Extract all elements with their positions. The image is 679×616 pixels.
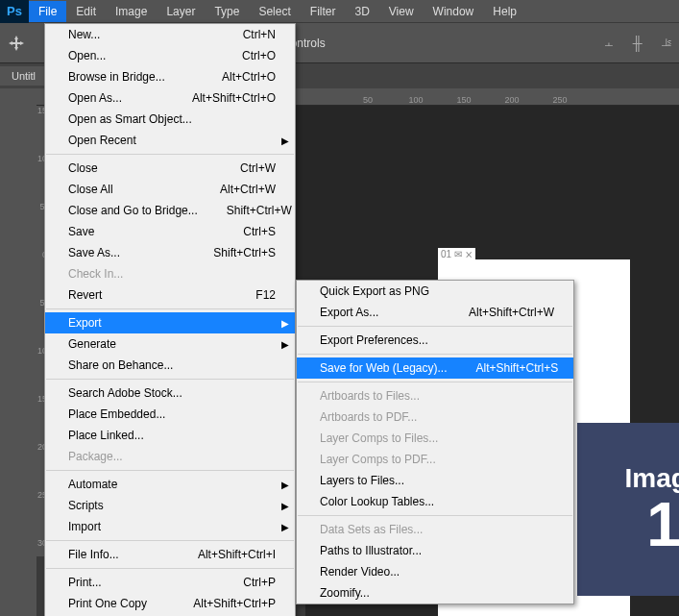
placed-image[interactable]: Image 1 <box>577 423 679 596</box>
menu-item-label: Save for Web (Legacy)... <box>320 361 448 375</box>
menu-separator <box>298 326 572 327</box>
menu-item-label: Layers to Files... <box>320 474 404 487</box>
file-menu-item-open-recent[interactable]: Open Recent▶ <box>45 130 295 151</box>
menu-separator <box>46 154 294 155</box>
menu-shortcut: Alt+Shift+Ctrl+O <box>192 91 276 105</box>
file-menu-item-file-info[interactable]: File Info...Alt+Shift+Ctrl+I <box>45 544 295 565</box>
menu-shortcut: Ctrl+O <box>242 49 276 62</box>
export-menu-item-export-as[interactable]: Export As...Alt+Shift+Ctrl+W <box>297 302 573 323</box>
menu-help[interactable]: Help <box>483 1 526 22</box>
menu-layer[interactable]: Layer <box>157 1 205 22</box>
menu-item-label: Layer Comps to PDF... <box>320 453 436 466</box>
file-menu-item-import[interactable]: Import▶ <box>45 516 295 537</box>
menu-item-label: Import <box>68 520 101 533</box>
menu-view[interactable]: View <box>379 1 424 22</box>
menu-window[interactable]: Window <box>424 1 484 22</box>
export-menu-item-zoomify[interactable]: Zoomify... <box>297 582 573 604</box>
file-menu-item-save-as[interactable]: Save As...Shift+Ctrl+S <box>45 242 295 263</box>
menu-item-label: Browse in Bridge... <box>68 70 165 84</box>
menu-image[interactable]: Image <box>106 1 157 22</box>
menu-shortcut: Alt+Shift+Ctrl+I <box>198 548 276 561</box>
submenu-arrow-icon: ▶ <box>281 522 289 532</box>
export-menu-item-layer-comps-to-files: Layer Comps to Files... <box>297 428 573 449</box>
export-menu-item-data-sets-as-files: Data Sets as Files... <box>297 519 573 540</box>
menu-shortcut: Alt+Shift+Ctrl+P <box>193 597 276 610</box>
menu-item-label: Open... <box>68 49 106 62</box>
menu-separator <box>46 379 294 380</box>
menu-shortcut: Shift+Ctrl+S <box>213 246 276 259</box>
menu-select[interactable]: Select <box>249 1 300 22</box>
file-menu-item-place-linked[interactable]: Place Linked... <box>45 425 295 446</box>
menu-3d[interactable]: 3D <box>345 1 378 22</box>
menu-item-label: Print One Copy <box>68 597 147 610</box>
align-top-icon[interactable]: ⫠ <box>598 33 619 54</box>
menu-item-label: Artboards to PDF... <box>320 410 417 424</box>
submenu-arrow-icon: ▶ <box>281 136 289 146</box>
menu-separator <box>46 470 294 471</box>
menu-shortcut: Alt+Shift+Ctrl+S <box>476 361 559 375</box>
file-menu-item-open-as[interactable]: Open As...Alt+Shift+Ctrl+O <box>45 87 295 109</box>
file-menu-item-share-on-behance[interactable]: Share on Behance... <box>45 355 295 376</box>
menu-item-label: Check In... <box>68 267 123 281</box>
align-bottom-icon[interactable]: ⫡ <box>656 33 677 54</box>
export-menu-item-layers-to-files[interactable]: Layers to Files... <box>297 470 573 491</box>
file-menu-item-close-all[interactable]: Close AllAlt+Ctrl+W <box>45 179 295 200</box>
menu-item-label: Zoomify... <box>320 586 370 600</box>
export-menu-item-paths-to-illustrator[interactable]: Paths to Illustrator... <box>297 540 573 561</box>
menu-item-label: Open As... <box>68 91 122 105</box>
ruler-tick: 150 <box>440 95 488 105</box>
align-vcenter-icon[interactable]: ╫ <box>627 33 648 54</box>
menu-shortcut: F12 <box>255 288 276 302</box>
menu-separator <box>46 540 294 541</box>
menu-item-label: Generate <box>68 337 116 351</box>
file-menu-item-revert[interactable]: RevertF12 <box>45 284 295 306</box>
menu-shortcut: Ctrl+S <box>243 225 276 238</box>
menu-file[interactable]: File <box>29 1 66 22</box>
export-menu-item-quick-export-as-png[interactable]: Quick Export as PNG <box>297 281 573 302</box>
file-menu-item-generate[interactable]: Generate▶ <box>45 333 295 355</box>
menu-item-label: Paths to Illustrator... <box>320 544 422 557</box>
menu-item-label: Automate <box>68 478 117 491</box>
ruler-tick: 50 <box>344 95 392 105</box>
file-menu-item-close-and-go-to-bridge[interactable]: Close and Go to Bridge...Shift+Ctrl+W <box>45 200 295 221</box>
menu-shortcut: Alt+Shift+Ctrl+W <box>469 306 554 319</box>
menu-item-label: Artboards to Files... <box>320 389 420 403</box>
file-menu-item-place-embedded[interactable]: Place Embedded... <box>45 404 295 425</box>
menubar: Ps FileEditImageLayerTypeSelectFilter3DV… <box>0 0 679 23</box>
file-menu-item-automate[interactable]: Automate▶ <box>45 474 295 495</box>
file-menu-item-save[interactable]: SaveCtrl+S <box>45 221 295 242</box>
menu-item-label: Share on Behance... <box>68 358 173 372</box>
export-menu-item-render-video[interactable]: Render Video... <box>297 561 573 582</box>
file-menu-item-print[interactable]: Print...Ctrl+P <box>45 572 295 593</box>
menu-item-label: Revert <box>68 288 102 302</box>
menu-item-label: Open as Smart Object... <box>68 112 192 126</box>
menu-item-label: Render Video... <box>320 565 400 579</box>
menu-type[interactable]: Type <box>205 1 249 22</box>
file-menu-item-new[interactable]: New...Ctrl+N <box>45 24 295 45</box>
document-tab[interactable]: Untitl <box>0 66 47 86</box>
menu-item-label: Search Adobe Stock... <box>68 386 182 400</box>
file-menu-item-print-one-copy[interactable]: Print One CopyAlt+Shift+Ctrl+P <box>45 593 295 614</box>
menu-shortcut: Alt+Ctrl+W <box>220 183 276 196</box>
submenu-arrow-icon: ▶ <box>281 318 289 329</box>
ruler-tick: 100 <box>392 95 440 105</box>
menu-item-label: Close and Go to Bridge... <box>68 204 198 217</box>
menu-item-label: Close All <box>68 183 113 196</box>
menu-item-label: Quick Export as PNG <box>320 284 429 298</box>
ruler-tick: 250 <box>536 95 584 105</box>
menu-filter[interactable]: Filter <box>301 1 346 22</box>
file-menu-item-scripts[interactable]: Scripts▶ <box>45 495 295 516</box>
menu-item-label: Layer Comps to Files... <box>320 431 438 445</box>
file-menu-item-browse-in-bridge[interactable]: Browse in Bridge...Alt+Ctrl+O <box>45 66 295 87</box>
export-menu-item-save-for-web-legacy[interactable]: Save for Web (Legacy)...Alt+Shift+Ctrl+S <box>297 357 573 379</box>
menu-shortcut: Alt+Ctrl+O <box>222 70 276 84</box>
file-menu-item-close[interactable]: CloseCtrl+W <box>45 158 295 179</box>
file-menu-item-open-as-smart-object[interactable]: Open as Smart Object... <box>45 109 295 130</box>
export-menu-item-color-lookup-tables[interactable]: Color Lookup Tables... <box>297 491 573 512</box>
file-menu-item-open[interactable]: Open...Ctrl+O <box>45 45 295 66</box>
file-menu-item-export[interactable]: Export▶ <box>45 312 295 333</box>
menu-edit[interactable]: Edit <box>66 1 106 22</box>
export-menu-item-export-preferences[interactable]: Export Preferences... <box>297 330 573 351</box>
file-menu-item-search-adobe-stock[interactable]: Search Adobe Stock... <box>45 382 295 404</box>
move-tool-icon[interactable] <box>8 35 25 52</box>
